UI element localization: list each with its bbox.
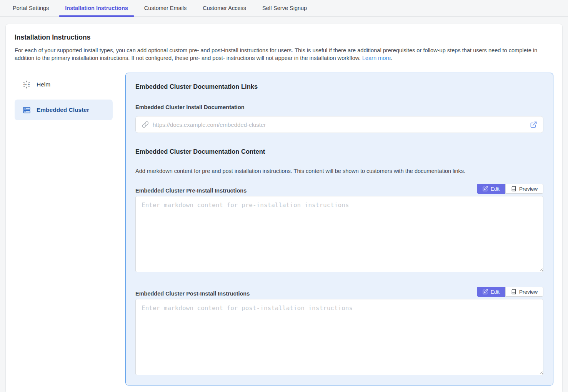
pre-install-textarea[interactable] bbox=[135, 196, 543, 272]
page-description: For each of your supported install types… bbox=[15, 47, 553, 62]
edit-pencil-icon bbox=[483, 289, 488, 294]
post-install-textarea[interactable] bbox=[135, 299, 543, 375]
svg-text:HELM: HELM bbox=[23, 83, 30, 86]
install-documentation-label: Embedded Cluster Install Documentation bbox=[135, 104, 543, 110]
post-install-header-row: Embedded Cluster Post-Install Instructio… bbox=[135, 287, 543, 297]
install-type-sidebar: HELM Helm Embedded Cluster bbox=[15, 73, 113, 125]
tab-bar: Portal Settings Installation Instruction… bbox=[0, 0, 568, 17]
post-install-edit-button[interactable]: Edit bbox=[477, 287, 505, 297]
book-icon bbox=[511, 186, 516, 191]
tab-portal-settings[interactable]: Portal Settings bbox=[7, 0, 55, 16]
edit-pencil-icon bbox=[483, 186, 488, 191]
documentation-links-heading: Embedded Cluster Documentation Links bbox=[135, 83, 543, 90]
tab-installation-instructions[interactable]: Installation Instructions bbox=[59, 0, 134, 16]
pre-install-edit-button[interactable]: Edit bbox=[477, 184, 505, 194]
external-link-icon bbox=[530, 121, 537, 128]
link-icon bbox=[142, 121, 149, 128]
embedded-cluster-panel: Embedded Cluster Documentation Links Emb… bbox=[125, 73, 553, 385]
book-icon bbox=[511, 289, 516, 294]
page-description-period: . bbox=[391, 55, 392, 61]
helm-icon: HELM bbox=[22, 80, 31, 89]
post-install-preview-button[interactable]: Preview bbox=[505, 287, 543, 297]
open-external-link-button[interactable] bbox=[529, 120, 538, 129]
preview-button-label: Preview bbox=[519, 186, 538, 192]
page-description-text: For each of your supported install types… bbox=[15, 47, 537, 61]
post-install-mode-toggle: Edit Preview bbox=[477, 287, 543, 297]
learn-more-link[interactable]: Learn more bbox=[362, 55, 391, 61]
post-install-label: Embedded Cluster Post-Install Instructio… bbox=[135, 291, 250, 297]
pre-install-label: Embedded Cluster Pre-Install Instruction… bbox=[135, 188, 247, 194]
pre-install-header-row: Embedded Cluster Pre-Install Instruction… bbox=[135, 184, 543, 194]
documentation-content-heading: Embedded Cluster Documentation Content bbox=[135, 148, 543, 155]
install-documentation-input[interactable] bbox=[153, 116, 529, 133]
tab-customer-emails[interactable]: Customer Emails bbox=[138, 0, 193, 16]
install-documentation-input-wrap bbox=[135, 116, 543, 133]
content-row: HELM Helm Embedded Cluster E bbox=[15, 73, 553, 385]
sidebar-item-label: Embedded Cluster bbox=[37, 106, 89, 113]
documentation-content-description: Add markdown content for pre and post in… bbox=[135, 168, 543, 174]
pre-install-mode-toggle: Edit Preview bbox=[477, 184, 543, 194]
sidebar-item-label: Helm bbox=[37, 81, 50, 88]
sidebar-item-helm[interactable]: HELM Helm bbox=[15, 74, 113, 95]
preview-button-label: Preview bbox=[519, 289, 538, 295]
edit-button-label: Edit bbox=[491, 289, 500, 295]
pre-install-preview-button[interactable]: Preview bbox=[505, 184, 543, 194]
server-stack-icon bbox=[22, 106, 31, 114]
edit-button-label: Edit bbox=[491, 186, 500, 192]
tab-self-serve-signup[interactable]: Self Serve Signup bbox=[256, 0, 313, 16]
tab-customer-access[interactable]: Customer Access bbox=[197, 0, 252, 16]
settings-card: Installation Instructions For each of yo… bbox=[5, 24, 563, 392]
sidebar-item-embedded-cluster[interactable]: Embedded Cluster bbox=[15, 100, 113, 120]
page-title: Installation Instructions bbox=[15, 33, 553, 42]
